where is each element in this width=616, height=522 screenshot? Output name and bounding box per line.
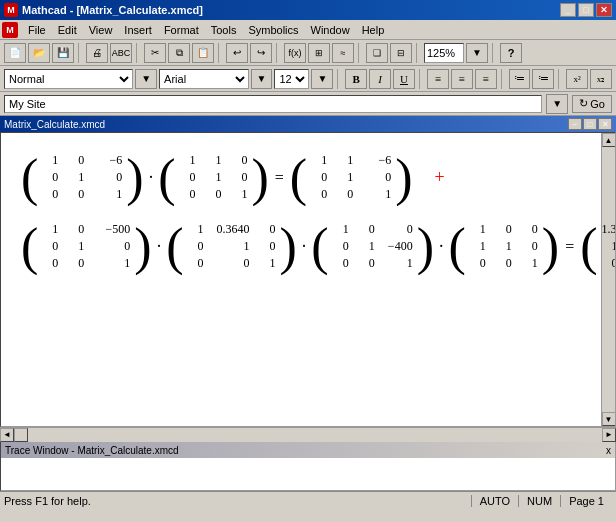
formatting-toolbar: Normal ▼ Arial ▼ 12 ▼ B I U ≡ ≡ ≡ ≔ ≔ x²…	[0, 66, 616, 92]
matrix-2-content: 110 010 001	[179, 153, 247, 202]
bracket-right-5: )	[279, 221, 296, 273]
menu-file[interactable]: File	[22, 22, 52, 38]
bracket-left-3: (	[290, 152, 307, 204]
title-bar-buttons[interactable]: _ □ ✕	[560, 3, 612, 17]
bullets-button[interactable]: ≔	[509, 69, 531, 89]
doc-close-button[interactable]: ✕	[598, 118, 612, 130]
save-button[interactable]: 💾	[52, 43, 74, 63]
underline-button[interactable]: U	[393, 69, 415, 89]
menu-edit[interactable]: Edit	[52, 22, 83, 38]
close-button[interactable]: ✕	[596, 3, 612, 17]
superscript-button[interactable]: x²	[566, 69, 588, 89]
doc-minimize-button[interactable]: −	[568, 118, 582, 130]
bold-button[interactable]: B	[345, 69, 367, 89]
italic-button[interactable]: I	[369, 69, 391, 89]
matrix-6-content: 100 01−400 001	[333, 222, 413, 271]
trace-close-button[interactable]: x	[606, 445, 611, 456]
status-parts: AUTO NUM Page 1	[471, 495, 612, 507]
matrix-button[interactable]: ⊞	[308, 43, 330, 63]
doc-maximize-button[interactable]: □	[583, 118, 597, 130]
style-select[interactable]: Normal	[4, 69, 133, 89]
matrix-4-content: 10−500 010 001	[42, 222, 130, 271]
trace-title-label: Trace Window - Matrix_Calculate.xmcd	[5, 445, 179, 456]
bracket-right-6: )	[417, 221, 434, 273]
bracket-right-2: )	[251, 152, 268, 204]
go-button[interactable]: ↻ Go	[572, 95, 612, 113]
dot-op-3: ·	[302, 236, 307, 257]
bracket-left-7: (	[448, 221, 465, 273]
refresh-icon: ↻	[579, 97, 588, 110]
menu-view[interactable]: View	[83, 22, 119, 38]
title-bar-left: M Mathcad - [Matrix_Calculate.xmcd]	[4, 3, 203, 17]
scroll-right-button[interactable]	[14, 428, 28, 442]
bracket-left-4: (	[21, 221, 38, 273]
trace-content	[1, 458, 615, 490]
bracket-left-5: (	[166, 221, 183, 273]
menu-tools[interactable]: Tools	[205, 22, 243, 38]
scroll-down-button[interactable]: ▼	[602, 412, 616, 426]
trace-window: Trace Window - Matrix_Calculate.xmcd x	[0, 441, 616, 491]
zoom-dropdown[interactable]: ▼	[466, 43, 488, 63]
redo-button[interactable]: ↪	[250, 43, 272, 63]
sep8	[337, 69, 341, 89]
maximize-button[interactable]: □	[578, 3, 594, 17]
window-title: Mathcad - [Matrix_Calculate.xmcd]	[22, 4, 203, 16]
equation-row-2: ( 10−500 010 001 ) · ( 10.36400 010 001 …	[21, 220, 595, 273]
size-select[interactable]: 12	[274, 69, 309, 89]
matrix-8-result: ( 1.3640.364−645.6 11−400 001 )	[580, 220, 616, 273]
menu-format[interactable]: Format	[158, 22, 205, 38]
font-dropdown[interactable]: ▼	[251, 69, 273, 89]
matrix-3-content: 11−6 010 001	[311, 153, 391, 202]
matrix-4: ( 10−500 010 001 )	[21, 220, 152, 273]
plot-button[interactable]: ≈	[332, 43, 354, 63]
bracket-left-6: (	[311, 221, 328, 273]
font-select[interactable]: Arial	[159, 69, 248, 89]
numbering-button[interactable]: ≔	[532, 69, 554, 89]
open-button[interactable]: 📂	[28, 43, 50, 63]
dot-op-4: ·	[439, 236, 444, 257]
zoom-input[interactable]	[424, 43, 464, 63]
sep1	[78, 43, 82, 63]
insert-math-button[interactable]: f(x)	[284, 43, 306, 63]
help-button[interactable]: ?	[500, 43, 522, 63]
menu-help[interactable]: Help	[356, 22, 391, 38]
document-title: Matrix_Calculate.xmcd	[4, 119, 105, 130]
matrix-7-content: 100 110 001	[470, 222, 538, 271]
size-dropdown[interactable]: ▼	[311, 69, 333, 89]
bracket-left-8: (	[580, 221, 597, 273]
resource-button[interactable]: ❑	[366, 43, 388, 63]
scroll-far-right-button[interactable]: ►	[602, 428, 616, 442]
spellcheck-button[interactable]: ABC	[110, 43, 132, 63]
horizontal-scrollbar[interactable]: ◄ ►	[0, 427, 616, 441]
menu-window[interactable]: Window	[305, 22, 356, 38]
main-toolbar: 📄 📂 💾 🖨 ABC ✂ ⧉ 📋 ↩ ↪ f(x) ⊞ ≈ ❑ ⊟ ▼ ?	[0, 40, 616, 66]
undo-button[interactable]: ↩	[226, 43, 248, 63]
vertical-scrollbar[interactable]: ▲ ▼	[601, 133, 615, 426]
copy-button[interactable]: ⧉	[168, 43, 190, 63]
sep10	[501, 69, 505, 89]
scroll-left-button[interactable]: ◄	[0, 428, 14, 442]
plus-crosshair: +	[435, 167, 445, 188]
minimize-button[interactable]: _	[560, 3, 576, 17]
equals-2: =	[565, 238, 574, 256]
dot-op-2: ·	[157, 236, 162, 257]
align-right-button[interactable]: ≡	[475, 69, 497, 89]
document-title-buttons[interactable]: − □ ✕	[568, 118, 612, 130]
subscript-button[interactable]: x₂	[590, 69, 612, 89]
menu-insert[interactable]: Insert	[118, 22, 158, 38]
sep4	[276, 43, 280, 63]
menu-symbolics[interactable]: Symbolics	[242, 22, 304, 38]
addr-dropdown[interactable]: ▼	[546, 94, 568, 114]
style-dropdown[interactable]: ▼	[135, 69, 157, 89]
matrix-1-content: 10−6 010 001	[42, 153, 122, 202]
matrix-7: ( 100 110 001 )	[448, 220, 559, 273]
align-left-button[interactable]: ≡	[427, 69, 449, 89]
address-input[interactable]	[4, 95, 542, 113]
units-button[interactable]: ⊟	[390, 43, 412, 63]
paste-button[interactable]: 📋	[192, 43, 214, 63]
scroll-up-button[interactable]: ▲	[602, 133, 616, 147]
cut-button[interactable]: ✂	[144, 43, 166, 63]
align-center-button[interactable]: ≡	[451, 69, 473, 89]
new-button[interactable]: 📄	[4, 43, 26, 63]
print-button[interactable]: 🖨	[86, 43, 108, 63]
